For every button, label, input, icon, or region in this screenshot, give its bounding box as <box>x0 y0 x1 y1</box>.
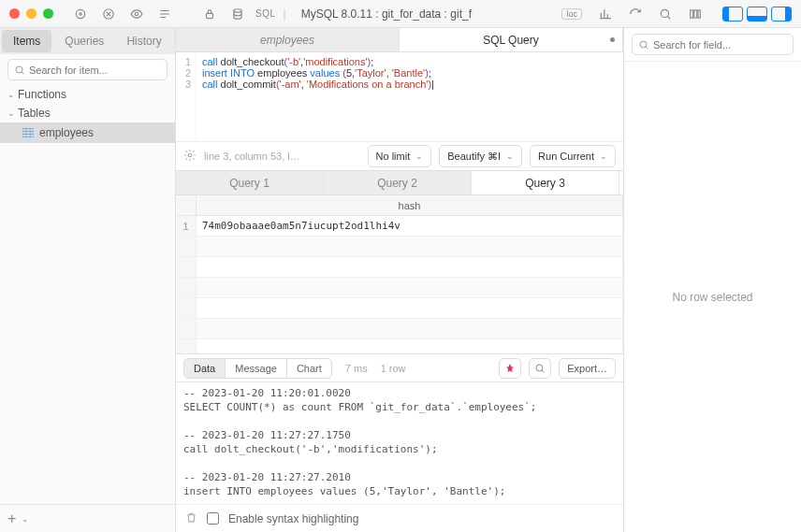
table-row-empty <box>176 237 623 257</box>
cursor-position: line 3, column 53, l… <box>204 151 316 162</box>
row-number-header <box>176 195 197 215</box>
sidebar-tab-items[interactable]: Items <box>2 30 51 52</box>
segment-chart[interactable]: Chart <box>287 359 331 378</box>
chevron-down-icon: ⌄ <box>506 151 514 161</box>
close-window-button[interactable] <box>9 8 20 19</box>
center-panel: employees SQL Query 123 call dolt_checko… <box>176 28 623 532</box>
svg-point-16 <box>188 153 192 157</box>
traffic-lights <box>9 8 53 19</box>
svg-point-0 <box>76 9 84 18</box>
query-tab-1[interactable]: Query 1 <box>176 171 324 194</box>
sidebar: Items Queries History ⌄ Functions ⌄ Tabl… <box>0 28 176 532</box>
segment-data[interactable]: Data <box>184 359 226 378</box>
svg-rect-8 <box>694 9 697 17</box>
beautify-button[interactable]: Beautify ⌘I⌄ <box>439 145 522 167</box>
toggle-bottom-panel[interactable] <box>747 7 767 22</box>
search-icon <box>14 65 25 76</box>
log-footer: Enable syntax highlighting <box>176 504 623 532</box>
database-icon[interactable] <box>227 4 248 24</box>
table-row[interactable]: 174m09obaaae0am5n7iucupt2od1lhi4v <box>176 216 623 237</box>
sidebar-tab-history[interactable]: History <box>115 28 172 54</box>
cell[interactable]: 74m09obaaae0am5n7iucupt2od1lhi4v <box>197 216 623 236</box>
refresh-icon[interactable] <box>625 4 646 24</box>
table-icon <box>22 128 34 137</box>
chevron-down-icon: ⌄ <box>7 108 15 118</box>
minimize-window-button[interactable] <box>26 8 36 19</box>
query-tab-2[interactable]: Query 2 <box>324 171 472 194</box>
svg-rect-7 <box>691 9 693 17</box>
gear-icon[interactable] <box>183 149 197 165</box>
export-button[interactable]: Export… <box>559 358 616 379</box>
sidebar-tree: ⌄ Functions ⌄ Tables employees <box>0 85 175 504</box>
sql-label: SQL <box>255 8 276 19</box>
svg-point-18 <box>640 41 647 48</box>
tree-group-label: Tables <box>18 107 51 120</box>
list-icon[interactable] <box>154 4 175 24</box>
sql-editor[interactable]: 123 call dolt_checkout('-b','modificatio… <box>176 52 623 141</box>
field-search-input[interactable] <box>653 39 787 50</box>
table-row-empty <box>176 257 623 278</box>
right-panel: No row selected <box>623 28 801 532</box>
trash-icon[interactable] <box>185 511 197 526</box>
tab-label: employees <box>260 34 314 47</box>
editor-code[interactable]: call dolt_checkout('-b','modifications')… <box>197 52 440 141</box>
svg-point-6 <box>661 9 668 17</box>
results-grid: hash 174m09obaaae0am5n7iucupt2od1lhi4v <box>176 195 623 354</box>
table-row-empty <box>176 319 623 339</box>
add-button[interactable]: + <box>7 510 16 527</box>
zoom-window-button[interactable] <box>43 8 53 19</box>
chevron-down-icon: ⌄ <box>7 90 15 99</box>
sidebar-footer: + ⌄ <box>0 504 175 532</box>
svg-rect-4 <box>207 13 213 18</box>
svg-rect-11 <box>22 129 34 137</box>
svg-point-1 <box>80 12 81 14</box>
svg-rect-9 <box>698 9 700 17</box>
sidebar-search[interactable] <box>7 59 167 80</box>
column-header[interactable]: hash <box>197 195 623 215</box>
toggle-left-panel[interactable] <box>722 7 743 22</box>
columns-icon[interactable] <box>685 4 706 24</box>
search-results-button[interactable] <box>529 358 551 379</box>
table-row-empty <box>176 298 623 319</box>
row-count: 1 row <box>381 363 406 374</box>
table-row-empty <box>176 339 623 353</box>
chevron-down-icon[interactable]: ⌄ <box>22 514 29 524</box>
schema-icon[interactable] <box>70 4 91 24</box>
center-tab-employees[interactable]: employees <box>176 28 400 51</box>
editor-gutter: 123 <box>176 52 197 141</box>
eye-icon[interactable] <box>126 4 147 24</box>
center-tabs: employees SQL Query <box>176 28 623 52</box>
svg-point-3 <box>135 12 138 16</box>
center-tab-sql-query[interactable]: SQL Query <box>400 28 623 51</box>
search-icon[interactable] <box>655 4 676 24</box>
toggle-right-panel[interactable] <box>771 7 792 22</box>
svg-point-10 <box>16 66 22 73</box>
cancel-icon[interactable] <box>98 4 119 24</box>
editor-status-bar: line 3, column 53, l… No limit⌄ Beautify… <box>176 141 623 171</box>
row-number: 1 <box>176 216 197 236</box>
field-search[interactable] <box>632 34 794 55</box>
pin-button[interactable] <box>499 358 521 379</box>
results-body[interactable]: 174m09obaaae0am5n7iucupt2od1lhi4v <box>176 216 623 353</box>
query-log[interactable]: -- 2023-01-20 11:20:01.0020 SELECT COUNT… <box>176 382 623 504</box>
right-panel-empty: No row selected <box>624 62 801 532</box>
tree-item-table[interactable]: employees <box>0 122 175 143</box>
table-row-empty <box>176 278 623 298</box>
chevron-down-icon: ⌄ <box>600 151 607 161</box>
query-tab-3[interactable]: Query 3 <box>472 171 619 194</box>
syntax-highlight-checkbox[interactable] <box>207 512 219 525</box>
tree-group-tables[interactable]: ⌄ Tables <box>0 104 175 122</box>
sidebar-search-input[interactable] <box>29 65 161 76</box>
location-badge: loc <box>561 8 582 20</box>
results-header: hash <box>176 195 623 216</box>
limit-dropdown[interactable]: No limit⌄ <box>368 145 432 167</box>
chart-icon[interactable] <box>595 4 616 24</box>
connection-string[interactable]: MySQL 8.0.11 : git_for_data : git_f <box>294 7 555 21</box>
tree-group-functions[interactable]: ⌄ Functions <box>0 85 175 104</box>
lock-icon[interactable] <box>199 4 220 24</box>
run-button[interactable]: Run Current⌄ <box>530 145 616 167</box>
dirty-indicator-icon <box>610 37 615 42</box>
query-time: 7 ms <box>345 363 368 374</box>
segment-message[interactable]: Message <box>226 359 287 378</box>
sidebar-tab-queries[interactable]: Queries <box>53 28 115 54</box>
